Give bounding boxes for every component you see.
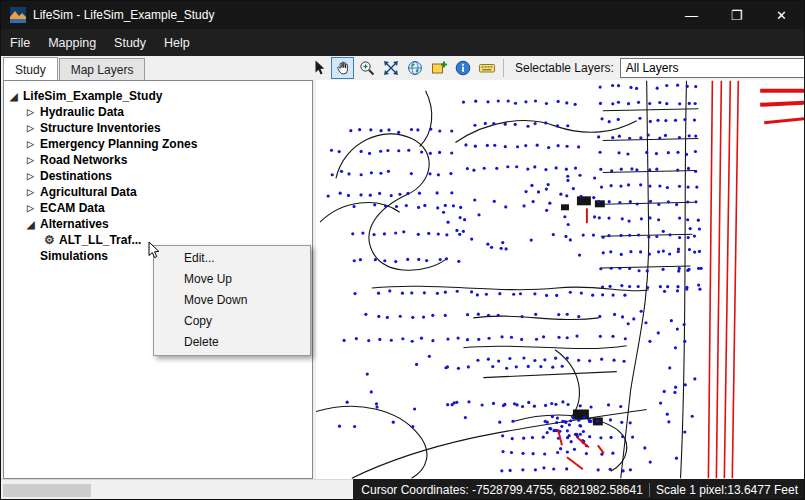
mouse-cursor-icon	[145, 241, 161, 259]
selectable-layers-value: All Layers	[626, 61, 679, 75]
context-menu-item-copy[interactable]: Copy	[154, 311, 310, 332]
bottom-row: Cursor Coordinates: -7528799.4755, 68219…	[1, 479, 804, 500]
app-logo-icon	[10, 7, 26, 23]
context-menu-item-delete[interactable]: Delete	[154, 332, 310, 353]
scrollbar-thumb[interactable]	[3, 484, 91, 497]
tree-expanded-icon[interactable]: ◢	[27, 219, 40, 230]
maximize-button[interactable]: ❐	[714, 1, 759, 29]
add-layer-icon	[430, 59, 448, 77]
selectable-layers-label: Selectable Layers:	[515, 61, 614, 75]
tree-item-lifesim-example-study[interactable]: ◢LifeSim_Example_Study	[4, 88, 312, 104]
app-window: { "window": { "title": "LifeSim - LifeSi…	[0, 0, 805, 500]
selectable-layers-dropdown[interactable]: All Layers ▼	[620, 58, 805, 78]
globe-icon	[406, 59, 424, 77]
tab-study[interactable]: Study	[3, 57, 58, 80]
tree-collapsed-icon[interactable]: ▷	[27, 123, 40, 133]
tree-item-label: Alternatives	[40, 217, 109, 231]
cursor-coordinates: Cursor Coordinates: -7528799.4755, 68219…	[353, 483, 643, 497]
gear-icon: ⚙	[44, 233, 59, 247]
pan-tool[interactable]	[331, 57, 354, 79]
tree-expanded-icon[interactable]: ◢	[10, 91, 23, 102]
scale-readout: Scale 1 pixel:13.6477 Feet	[656, 483, 804, 497]
magnifier-icon	[358, 59, 376, 77]
status-separator	[649, 483, 650, 497]
zoom-tool[interactable]	[355, 57, 378, 79]
tree-item-label: Emergency Planning Zones	[40, 137, 197, 151]
tree-collapsed-icon[interactable]: ▷	[27, 171, 40, 181]
status-bar: Cursor Coordinates: -7528799.4755, 68219…	[353, 479, 804, 500]
info-tool[interactable]	[451, 57, 474, 79]
menu-item-file[interactable]: File	[1, 29, 39, 56]
tree-collapsed-icon[interactable]: ▷	[27, 187, 40, 197]
tree-item-hydraulic-data[interactable]: ▷Hydraulic Data	[4, 104, 312, 120]
window-title: LifeSim - LifeSim_Example_Study	[33, 8, 214, 22]
full-extent-arrows-icon	[382, 59, 400, 77]
tree-item-alternatives[interactable]: ◢Alternatives	[4, 216, 312, 232]
tree-item-label: ECAM Data	[40, 201, 105, 215]
tree-item-emergency-planning-zones[interactable]: ▷Emergency Planning Zones	[4, 136, 312, 152]
tree-collapsed-icon[interactable]: ▷	[27, 203, 40, 213]
globe-tool[interactable]	[403, 57, 426, 79]
minimize-button[interactable]: —	[669, 1, 714, 29]
context-menu-item-move-down[interactable]: Move Down	[154, 290, 310, 311]
menu-item-mapping[interactable]: Mapping	[39, 29, 105, 56]
select-arrow-icon	[310, 59, 328, 77]
context-menu-item-edit[interactable]: Edit...	[154, 248, 310, 269]
context-menu: Edit...Move UpMove DownCopyDelete	[153, 245, 311, 356]
tree-collapsed-icon[interactable]: ▷	[27, 139, 40, 149]
add-map-layer-tool[interactable]	[427, 57, 450, 79]
tree-item-destinations[interactable]: ▷Destinations	[4, 168, 312, 184]
tree-item-road-networks[interactable]: ▷Road Networks	[4, 152, 312, 168]
tree-item-label: Agricultural Data	[40, 185, 137, 199]
tree-item-label: ALT_LL_Traf...	[59, 233, 141, 247]
menu-bar: FileMappingStudyHelp	[1, 29, 804, 56]
context-menu-item-move-up[interactable]: Move Up	[154, 269, 310, 290]
menu-item-help[interactable]: Help	[155, 29, 199, 56]
pan-hand-icon	[334, 59, 352, 77]
tree-item-agricultural-data[interactable]: ▷Agricultural Data	[4, 184, 312, 200]
tree-item-label: Simulations	[40, 249, 108, 263]
tree-item-label: LifeSim_Example_Study	[23, 89, 162, 103]
tab-toolbar-row: StudyMap Layers	[1, 56, 804, 80]
tree-item-label: Hydraulic Data	[40, 105, 124, 119]
tab-strip: StudyMap Layers	[3, 57, 146, 80]
tree-item-label: Structure Inventories	[40, 121, 161, 135]
select-tool[interactable]	[307, 57, 330, 79]
attribute-table-icon	[478, 59, 496, 77]
tree-collapsed-icon[interactable]: ▷	[27, 155, 40, 165]
attribute-table-tool[interactable]	[475, 57, 498, 79]
tree-item-ecam-data[interactable]: ▷ECAM Data	[4, 200, 312, 216]
close-button[interactable]: ✕	[759, 1, 804, 29]
title-bar: LifeSim - LifeSim_Example_Study — ❐ ✕	[1, 1, 804, 29]
horizontal-scrollbar[interactable]	[1, 479, 353, 500]
window-controls: — ❐ ✕	[669, 1, 804, 29]
tree-collapsed-icon[interactable]: ▷	[27, 107, 40, 117]
info-icon	[454, 59, 472, 77]
map-toolbar: Selectable Layers: All Layers ▼ ▼	[307, 56, 805, 80]
toolbar-separator	[503, 59, 504, 77]
menu-item-study[interactable]: Study	[105, 29, 155, 56]
tree-item-label: Road Networks	[40, 153, 127, 167]
tree-item-label: Destinations	[40, 169, 112, 183]
map-canvas[interactable]	[316, 80, 805, 479]
tab-map-layers[interactable]: Map Layers	[59, 58, 146, 80]
tree-item-structure-inventories[interactable]: ▷Structure Inventories	[4, 120, 312, 136]
full-extent-tool[interactable]	[379, 57, 402, 79]
